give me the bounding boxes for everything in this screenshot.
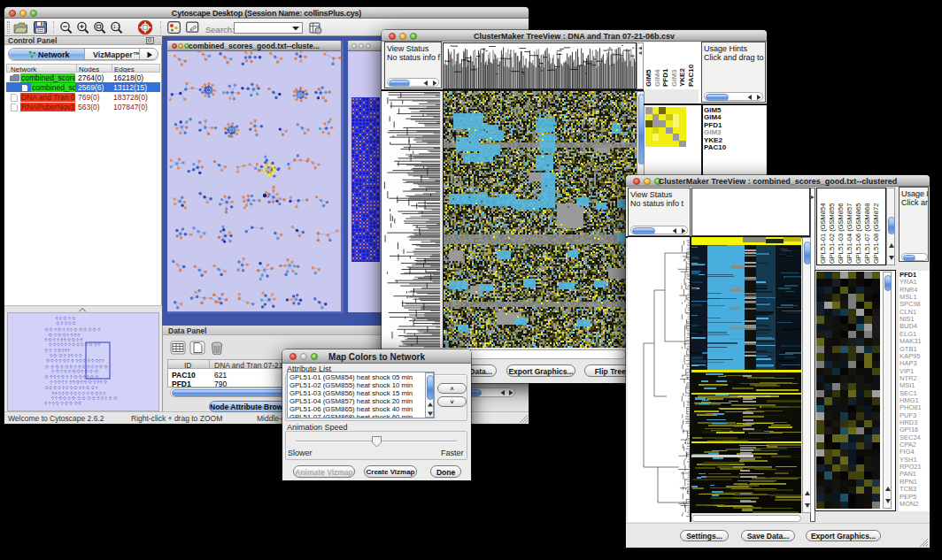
svg-text:1:1: 1:1 (113, 24, 120, 29)
